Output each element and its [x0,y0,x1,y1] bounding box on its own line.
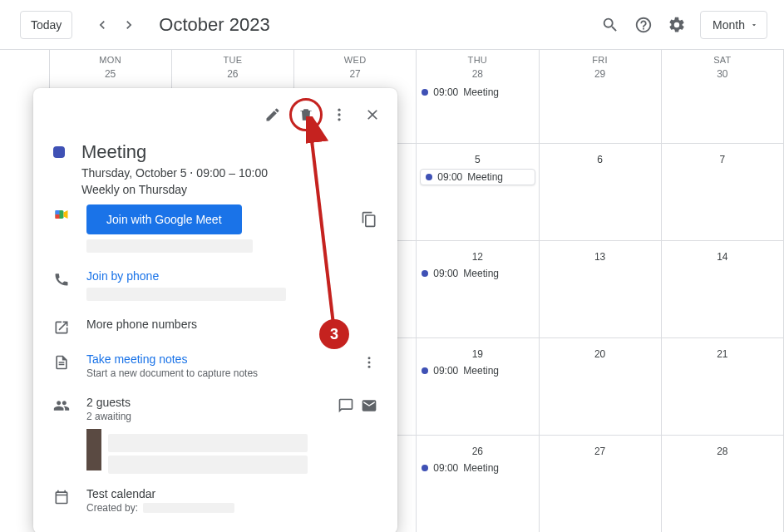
date-number[interactable]: 29 [540,68,661,85]
join-meet-button[interactable]: Join with Google Meet [86,204,242,234]
date-number[interactable]: 6 [540,147,661,169]
calendar-icon [53,489,70,505]
today-button[interactable]: Today [20,11,72,39]
svg-point-1 [338,113,340,116]
dots-vertical-icon [331,106,348,123]
date-number[interactable]: 20 [540,342,661,363]
event-label: Meeting [467,171,503,183]
edit-event-button[interactable] [256,98,289,131]
redacted-text [143,503,234,513]
date-number[interactable]: 7 [662,147,783,169]
meet-icon [53,206,70,223]
event-color-dot [422,89,428,96]
date-number[interactable]: 25 [50,68,171,85]
day-header: SAT [662,50,783,68]
redacted-text [108,434,308,452]
take-notes-link[interactable]: Take meeting notes [86,352,351,366]
dots-vertical-icon [362,355,377,370]
svg-point-7 [368,357,371,359]
phone-icon [53,271,70,288]
close-icon [364,106,381,123]
event-color-swatch [53,146,65,158]
event-label: Meeting [463,462,499,474]
chevron-right-icon [121,17,137,33]
day-header: WED [294,50,416,68]
redacted-text [86,288,286,301]
event-more-options[interactable] [323,98,356,131]
date-number[interactable]: 5 [417,147,538,169]
event-color-dot [422,367,428,374]
join-by-phone-link[interactable]: Join by phone [86,269,377,283]
day-header: MON [50,50,171,68]
delete-event-button[interactable] [289,98,323,131]
event-chip[interactable]: 09:00Meeting [417,461,538,475]
chat-icon [338,397,354,414]
svg-point-9 [368,366,371,368]
mail-icon [361,397,377,414]
help-icon [634,16,653,34]
chevron-left-icon [94,17,111,33]
date-number[interactable]: 13 [540,244,661,266]
take-notes-subtext: Start a new document to capture notes [86,367,351,379]
help-button[interactable] [627,8,660,42]
svg-point-2 [338,118,340,121]
redacted-text [108,456,308,474]
event-color-dot [422,270,428,277]
close-popup-button[interactable] [356,98,389,131]
svg-marker-4 [64,210,68,219]
search-icon [601,16,619,34]
trash-icon [298,106,314,123]
view-dropdown-label: Month [713,18,745,32]
date-number[interactable]: 12 [417,244,538,266]
event-time: 09:00 [433,365,458,377]
event-title: Meeting [81,141,268,163]
svg-point-8 [368,362,371,364]
event-time: 09:00 [433,268,458,279]
event-label: Meeting [463,365,499,377]
search-button[interactable] [594,8,627,42]
notes-more-button[interactable] [361,354,377,371]
svg-rect-5 [56,210,60,214]
gear-icon [668,16,686,34]
date-number[interactable]: 28 [417,68,538,85]
month-title: October 2023 [159,14,269,36]
redacted-text [86,239,253,253]
document-icon [53,354,70,371]
event-recurrence: Weekly on Thursday [81,183,268,196]
event-chip[interactable]: 09:00Meeting [417,363,538,378]
event-chip[interactable]: 09:00Meeting [417,85,538,100]
copy-link-button[interactable] [361,211,377,228]
event-chip[interactable]: 09:00Meeting [417,266,538,281]
caret-down-icon [750,21,758,29]
date-number[interactable]: 26 [417,439,538,461]
external-link-icon [53,319,70,336]
event-color-dot [426,174,432,180]
event-chip[interactable]: 09:00Meeting [420,169,535,185]
date-number[interactable]: 27 [294,68,416,85]
date-number[interactable]: 21 [662,342,783,363]
chat-button[interactable] [338,397,354,414]
copy-icon [361,211,377,228]
guests-status: 2 awaiting [86,411,338,422]
created-by-label: Created by: [86,502,138,514]
pencil-icon [264,106,281,123]
prev-month-button[interactable] [89,12,116,38]
svg-rect-6 [56,214,60,219]
event-date-line: Thursday, October 5 ⋅ 09:00 – 10:00 [81,166,268,180]
date-number[interactable]: 28 [662,439,783,461]
view-dropdown[interactable]: Month [700,11,767,39]
settings-button[interactable] [660,8,693,42]
date-number[interactable]: 19 [417,342,538,363]
event-label: Meeting [463,268,499,279]
date-number[interactable]: 14 [662,244,783,266]
date-number[interactable]: 26 [172,68,293,85]
date-number[interactable]: 30 [662,68,783,85]
event-color-dot [422,465,428,471]
email-guests-button[interactable] [361,397,377,414]
date-number[interactable]: 27 [540,439,661,461]
next-month-button[interactable] [116,12,142,38]
event-label: Meeting [463,86,499,98]
event-details-popup: Meeting Thursday, October 5 ⋅ 09:00 – 10… [33,88,397,532]
annotation-bubble: 3 [319,319,349,349]
day-header: FRI [540,50,661,68]
